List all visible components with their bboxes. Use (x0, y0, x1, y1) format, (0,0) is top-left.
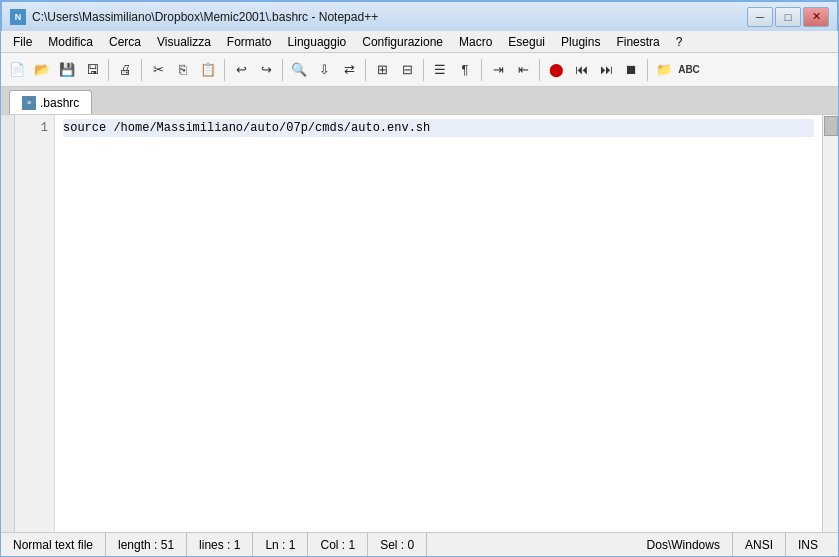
fold-margin (1, 115, 15, 532)
tab-label: .bashrc (40, 96, 79, 110)
status-eol: Dos\Windows (635, 533, 733, 556)
tab-bar: ≡ .bashrc (1, 87, 838, 115)
separator-7 (481, 59, 482, 81)
separator-6 (423, 59, 424, 81)
status-bar: Normal text file length : 51 lines : 1 L… (1, 532, 838, 556)
tab-file-icon: ≡ (22, 96, 36, 110)
print-button[interactable]: 🖨 (113, 58, 137, 82)
bookmark-next-button[interactable]: ⏭ (594, 58, 618, 82)
separator-5 (365, 59, 366, 81)
toolbar: 📄 📂 💾 🖫 🖨 ✂ ⎘ 📋 ↩ ↪ 🔍 ⇩ ⇄ ⊞ ⊟ ☰ ¶ ⇥ ⇤ ⬤ … (1, 53, 838, 87)
status-length: length : 51 (106, 533, 187, 556)
separator-4 (282, 59, 283, 81)
redo-button[interactable]: ↪ (254, 58, 278, 82)
status-encoding: ANSI (733, 533, 786, 556)
menu-help[interactable]: ? (668, 33, 691, 51)
menu-macro[interactable]: Macro (451, 33, 500, 51)
status-filetype: Normal text file (9, 533, 106, 556)
minimize-button[interactable]: ─ (747, 7, 773, 27)
browser-button[interactable]: 📁 (652, 58, 676, 82)
menu-modifica[interactable]: Modifica (40, 33, 101, 51)
line-number-1: 1 (15, 119, 48, 137)
paste-button[interactable]: 📋 (196, 58, 220, 82)
bookmark-clear-button[interactable]: ⏹ (619, 58, 643, 82)
menu-linguaggio[interactable]: Linguaggio (280, 33, 355, 51)
bookmark-prev-button[interactable]: ⏮ (569, 58, 593, 82)
separator-1 (108, 59, 109, 81)
status-col: Col : 1 (308, 533, 368, 556)
tab-bashrc[interactable]: ≡ .bashrc (9, 90, 92, 114)
menu-esegui[interactable]: Esegui (500, 33, 553, 51)
menu-bar: File Modifica Cerca Visualizza Formato L… (1, 31, 838, 53)
separator-9 (647, 59, 648, 81)
show-all-chars-button[interactable]: ¶ (453, 58, 477, 82)
menu-visualizza[interactable]: Visualizza (149, 33, 219, 51)
cut-button[interactable]: ✂ (146, 58, 170, 82)
window-controls: ─ □ ✕ (747, 7, 829, 27)
title-bar: N C:\Users\Massimiliano\Dropbox\Memic200… (1, 1, 838, 31)
save-all-button[interactable]: 🖫 (80, 58, 104, 82)
indent-button[interactable]: ⇥ (486, 58, 510, 82)
menu-finestra[interactable]: Finestra (608, 33, 667, 51)
undo-button[interactable]: ↩ (229, 58, 253, 82)
separator-8 (539, 59, 540, 81)
zoom-in-button[interactable]: ⊞ (370, 58, 394, 82)
code-line-1[interactable]: source /home/Massimiliano/auto/07p/cmds/… (63, 119, 814, 137)
scroll-thumb[interactable] (824, 116, 838, 136)
spell-button[interactable]: ABC (677, 58, 701, 82)
menu-file[interactable]: File (5, 33, 40, 51)
word-wrap-button[interactable]: ☰ (428, 58, 452, 82)
zoom-out-button[interactable]: ⊟ (395, 58, 419, 82)
new-button[interactable]: 📄 (5, 58, 29, 82)
status-insert-mode: INS (786, 533, 830, 556)
copy-button[interactable]: ⎘ (171, 58, 195, 82)
maximize-button[interactable]: □ (775, 7, 801, 27)
menu-configurazione[interactable]: Configurazione (354, 33, 451, 51)
vertical-scrollbar[interactable] (822, 115, 838, 532)
code-content-1: source /home/Massimiliano/auto/07p/cmds/… (63, 121, 430, 135)
menu-formato[interactable]: Formato (219, 33, 280, 51)
status-lines: lines : 1 (187, 533, 253, 556)
menu-cerca[interactable]: Cerca (101, 33, 149, 51)
open-button[interactable]: 📂 (30, 58, 54, 82)
main-content: 1 source /home/Massimiliano/auto/07p/cmd… (1, 115, 838, 532)
app-window: N C:\Users\Massimiliano\Dropbox\Memic200… (0, 0, 839, 557)
line-numbers: 1 (15, 115, 55, 532)
separator-2 (141, 59, 142, 81)
app-icon: N (10, 9, 26, 25)
replace-button[interactable]: ⇄ (337, 58, 361, 82)
outdent-button[interactable]: ⇤ (511, 58, 535, 82)
status-sel: Sel : 0 (368, 533, 427, 556)
find-next-button[interactable]: ⇩ (312, 58, 336, 82)
bookmark-toggle-button[interactable]: ⬤ (544, 58, 568, 82)
menu-plugins[interactable]: Plugins (553, 33, 608, 51)
separator-3 (224, 59, 225, 81)
save-button[interactable]: 💾 (55, 58, 79, 82)
close-button[interactable]: ✕ (803, 7, 829, 27)
code-editor[interactable]: source /home/Massimiliano/auto/07p/cmds/… (55, 115, 822, 532)
window-title: C:\Users\Massimiliano\Dropbox\Memic2001\… (32, 10, 747, 24)
find-button[interactable]: 🔍 (287, 58, 311, 82)
status-ln: Ln : 1 (253, 533, 308, 556)
